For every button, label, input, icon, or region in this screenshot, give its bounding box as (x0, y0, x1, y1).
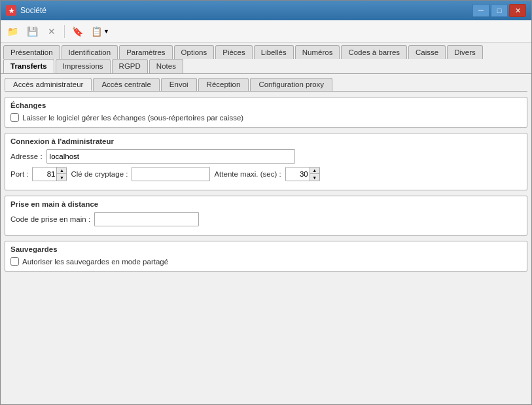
port-row: Port : ▲ ▼ Clé de cryptage : Attente max… (10, 167, 522, 181)
tab-caisse[interactable]: Caisse (408, 45, 446, 59)
main-window: ★ Société ─ □ ✕ 📁 💾 ✕ 🔖 📋 ▼ Présentation… (0, 0, 532, 405)
subtab-envoi[interactable]: Envoi (161, 78, 197, 91)
port-decrement-button[interactable]: ▼ (57, 174, 66, 181)
attente-spinbox[interactable]: ▲ ▼ (285, 167, 320, 181)
attente-input[interactable] (286, 167, 310, 181)
prise-en-main-title: Prise en main à distance (10, 200, 522, 208)
titlebar-buttons: ─ □ ✕ (472, 4, 526, 17)
tab-transferts[interactable]: Transferts (3, 59, 54, 73)
save-button[interactable]: 💾 (23, 23, 41, 40)
toolbar: 📁 💾 ✕ 🔖 📋 ▼ (1, 20, 531, 43)
cle-input[interactable] (132, 167, 210, 181)
sauvegardes-section: Sauvegardes Autoriser les sauvegardes en… (5, 241, 527, 272)
back-button[interactable]: 🔖 (68, 23, 86, 40)
tab-identification[interactable]: Identification (62, 45, 118, 59)
menu-dropdown-button[interactable]: 📋 ▼ (88, 23, 113, 40)
tab-pieces[interactable]: Pièces (215, 45, 253, 59)
minimize-button[interactable]: ─ (472, 4, 489, 17)
port-spin-buttons: ▲ ▼ (56, 167, 66, 181)
main-tabs: Présentation Identification Paramètres O… (1, 43, 531, 74)
app-icon: ★ (6, 5, 16, 16)
open-folder-button[interactable]: 📁 (3, 23, 22, 40)
echanges-checkbox[interactable] (10, 113, 19, 122)
tab-libelles[interactable]: Libellés (254, 45, 294, 59)
port-label: Port : (10, 170, 28, 178)
code-prise-label: Code de prise en main : (10, 215, 90, 223)
sauvegardes-checkbox-row: Autoriser les sauvegardes en mode partag… (10, 257, 522, 266)
port-increment-button[interactable]: ▲ (57, 167, 66, 174)
subtab-acces-centrale[interactable]: Accès centrale (93, 78, 159, 91)
adresse-label: Adresse : (10, 152, 43, 160)
connexion-section: Connexion à l'administrateur Adresse : P… (5, 133, 527, 190)
cancel-button[interactable]: ✕ (43, 23, 61, 40)
dropdown-arrow-icon: ▼ (103, 28, 109, 35)
toolbar-separator (64, 25, 65, 38)
echanges-title: Échanges (10, 101, 522, 109)
attente-spin-buttons: ▲ ▼ (310, 167, 319, 181)
echanges-checkbox-label: Laisser le logiciel gérer les échanges (… (22, 114, 243, 122)
echanges-checkbox-row: Laisser le logiciel gérer les échanges (… (10, 113, 522, 122)
echanges-section: Échanges Laisser le logiciel gérer les é… (5, 97, 527, 128)
tab-options[interactable]: Options (174, 45, 215, 59)
subtab-config-proxy[interactable]: Configuration proxy (250, 78, 332, 91)
port-spinbox[interactable]: ▲ ▼ (32, 167, 67, 181)
close-button[interactable]: ✕ (509, 4, 526, 17)
tab-impressions[interactable]: Impressions (56, 59, 111, 73)
sauvegardes-title: Sauvegardes (10, 245, 522, 253)
attente-label: Attente maxi. (sec) : (214, 170, 281, 178)
attente-decrement-button[interactable]: ▼ (310, 174, 319, 181)
tab-codes-barres[interactable]: Codes à barres (341, 45, 407, 59)
content-area: Accès administrateur Accès centrale Envo… (1, 74, 531, 404)
connexion-title: Connexion à l'administrateur (10, 137, 522, 145)
sauvegardes-checkbox-label: Autoriser les sauvegardes en mode partag… (22, 258, 168, 266)
cle-label: Clé de cryptage : (71, 170, 128, 178)
titlebar: ★ Société ─ □ ✕ (1, 1, 531, 20)
adresse-row: Adresse : (10, 149, 522, 164)
code-prise-input[interactable] (94, 212, 199, 226)
menu-icon: 📋 (91, 26, 102, 37)
maximize-button[interactable]: □ (491, 4, 508, 17)
adresse-input[interactable] (46, 149, 295, 164)
subtab-reception[interactable]: Réception (198, 78, 249, 91)
prise-en-main-section: Prise en main à distance Code de prise e… (5, 196, 527, 236)
tab-notes[interactable]: Notes (149, 59, 183, 73)
sub-tabs: Accès administrateur Accès centrale Envo… (5, 78, 527, 92)
port-input[interactable] (33, 167, 56, 181)
tab-divers[interactable]: Divers (447, 45, 483, 59)
tab-rgpd[interactable]: RGPD (112, 59, 148, 73)
subtab-acces-admin[interactable]: Accès administrateur (5, 78, 92, 91)
tab-parametres[interactable]: Paramètres (119, 45, 172, 59)
code-prise-row: Code de prise en main : (10, 212, 522, 226)
tab-presentation[interactable]: Présentation (3, 45, 60, 59)
sauvegardes-checkbox[interactable] (10, 257, 19, 266)
window-title: Société (20, 6, 472, 15)
tab-numeros[interactable]: Numéros (295, 45, 340, 59)
attente-increment-button[interactable]: ▲ (310, 167, 319, 174)
